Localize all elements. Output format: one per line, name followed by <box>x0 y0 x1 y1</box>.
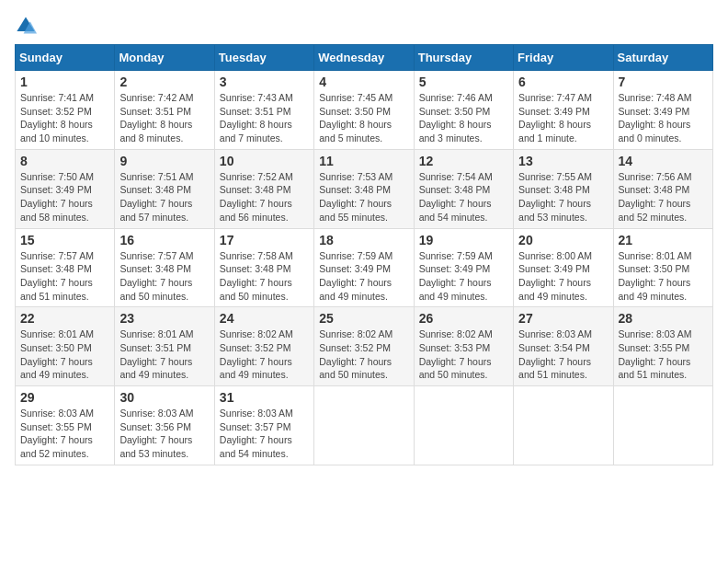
day-info: Sunrise: 8:03 AMSunset: 3:56 PMDaylight:… <box>119 407 209 461</box>
day-number: 26 <box>419 311 508 326</box>
calendar-cell: 22Sunrise: 8:01 AMSunset: 3:50 PMDayligh… <box>16 307 115 386</box>
day-info: Sunrise: 8:02 AMSunset: 3:52 PMDaylight:… <box>319 327 408 382</box>
calendar-cell: 21Sunrise: 8:01 AMSunset: 3:50 PMDayligh… <box>613 228 712 307</box>
day-number: 12 <box>419 154 508 168</box>
day-info: Sunrise: 7:43 AMSunset: 3:51 PMDaylight:… <box>220 91 309 145</box>
day-info: Sunrise: 7:51 AMSunset: 3:48 PMDaylight:… <box>119 170 209 224</box>
day-number: 13 <box>518 154 608 168</box>
day-number: 15 <box>20 233 109 247</box>
day-number: 28 <box>619 311 708 326</box>
day-number: 17 <box>220 233 309 247</box>
day-number: 6 <box>518 75 608 89</box>
week-row-2: 8Sunrise: 7:50 AMSunset: 3:49 PMDaylight… <box>16 149 713 228</box>
calendar-cell: 29Sunrise: 8:03 AMSunset: 3:55 PMDayligh… <box>16 386 115 465</box>
calendar-cell: 31Sunrise: 8:03 AMSunset: 3:57 PMDayligh… <box>214 386 313 465</box>
weekday-header-monday: Monday <box>115 45 214 71</box>
day-info: Sunrise: 7:47 AMSunset: 3:49 PMDaylight:… <box>518 91 608 145</box>
day-info: Sunrise: 7:53 AMSunset: 3:48 PMDaylight:… <box>319 170 408 224</box>
day-number: 23 <box>119 311 209 326</box>
calendar-cell: 3Sunrise: 7:43 AMSunset: 3:51 PMDaylight… <box>214 71 313 150</box>
calendar-cell: 30Sunrise: 8:03 AMSunset: 3:56 PMDayligh… <box>115 386 214 465</box>
calendar-cell: 1Sunrise: 7:41 AMSunset: 3:52 PMDaylight… <box>16 71 115 150</box>
week-row-3: 15Sunrise: 7:57 AMSunset: 3:48 PMDayligh… <box>16 228 713 307</box>
day-info: Sunrise: 8:03 AMSunset: 3:54 PMDaylight:… <box>518 327 608 382</box>
calendar-cell: 8Sunrise: 7:50 AMSunset: 3:49 PMDaylight… <box>16 149 115 228</box>
day-info: Sunrise: 7:59 AMSunset: 3:49 PMDaylight:… <box>319 249 408 304</box>
day-info: Sunrise: 7:56 AMSunset: 3:48 PMDaylight:… <box>619 170 708 224</box>
day-number: 25 <box>319 311 408 326</box>
page-header <box>15 15 713 37</box>
day-number: 3 <box>220 75 309 89</box>
day-info: Sunrise: 8:01 AMSunset: 3:50 PMDaylight:… <box>20 327 109 382</box>
calendar-cell <box>414 386 513 465</box>
calendar-cell: 15Sunrise: 7:57 AMSunset: 3:48 PMDayligh… <box>16 228 115 307</box>
calendar-cell: 23Sunrise: 8:01 AMSunset: 3:51 PMDayligh… <box>115 307 214 386</box>
calendar-cell: 12Sunrise: 7:54 AMSunset: 3:48 PMDayligh… <box>414 149 513 228</box>
weekday-header-wednesday: Wednesday <box>314 45 414 71</box>
calendar-cell: 25Sunrise: 8:02 AMSunset: 3:52 PMDayligh… <box>314 307 414 386</box>
calendar-cell: 16Sunrise: 7:57 AMSunset: 3:48 PMDayligh… <box>115 228 214 307</box>
weekday-header-row: SundayMondayTuesdayWednesdayThursdayFrid… <box>16 45 713 71</box>
day-number: 11 <box>319 154 408 168</box>
weekday-header-sunday: Sunday <box>16 45 115 71</box>
day-number: 22 <box>20 311 109 326</box>
day-number: 16 <box>119 233 209 247</box>
weekday-header-friday: Friday <box>514 45 613 71</box>
calendar-cell: 9Sunrise: 7:51 AMSunset: 3:48 PMDaylight… <box>115 149 214 228</box>
calendar-cell: 26Sunrise: 8:02 AMSunset: 3:53 PMDayligh… <box>414 307 513 386</box>
calendar-cell <box>314 386 414 465</box>
calendar-cell <box>514 386 613 465</box>
day-info: Sunrise: 8:01 AMSunset: 3:50 PMDaylight:… <box>619 249 708 304</box>
day-number: 7 <box>619 75 708 89</box>
calendar-cell: 13Sunrise: 7:55 AMSunset: 3:48 PMDayligh… <box>514 149 613 228</box>
day-info: Sunrise: 7:57 AMSunset: 3:48 PMDaylight:… <box>119 249 209 304</box>
day-number: 24 <box>220 311 309 326</box>
calendar-cell: 11Sunrise: 7:53 AMSunset: 3:48 PMDayligh… <box>314 149 414 228</box>
day-info: Sunrise: 8:03 AMSunset: 3:55 PMDaylight:… <box>20 407 109 461</box>
day-info: Sunrise: 7:48 AMSunset: 3:49 PMDaylight:… <box>619 91 708 145</box>
day-number: 10 <box>220 154 309 168</box>
weekday-header-tuesday: Tuesday <box>214 45 313 71</box>
logo <box>15 15 40 37</box>
day-info: Sunrise: 7:42 AMSunset: 3:51 PMDaylight:… <box>119 91 209 145</box>
calendar-table: SundayMondayTuesdayWednesdayThursdayFrid… <box>15 44 713 465</box>
calendar-cell <box>613 386 712 465</box>
calendar-cell: 2Sunrise: 7:42 AMSunset: 3:51 PMDaylight… <box>115 71 214 150</box>
weekday-header-thursday: Thursday <box>414 45 513 71</box>
day-number: 20 <box>518 233 608 247</box>
day-number: 21 <box>619 233 708 247</box>
day-info: Sunrise: 7:41 AMSunset: 3:52 PMDaylight:… <box>20 91 109 145</box>
day-number: 5 <box>419 75 508 89</box>
calendar-cell: 24Sunrise: 8:02 AMSunset: 3:52 PMDayligh… <box>214 307 313 386</box>
day-number: 14 <box>619 154 708 168</box>
calendar-cell: 10Sunrise: 7:52 AMSunset: 3:48 PMDayligh… <box>214 149 313 228</box>
calendar-cell: 18Sunrise: 7:59 AMSunset: 3:49 PMDayligh… <box>314 228 414 307</box>
day-number: 9 <box>119 154 209 168</box>
day-number: 8 <box>20 154 109 168</box>
calendar-cell: 5Sunrise: 7:46 AMSunset: 3:50 PMDaylight… <box>414 71 513 150</box>
day-number: 30 <box>119 390 209 405</box>
week-row-4: 22Sunrise: 8:01 AMSunset: 3:50 PMDayligh… <box>16 307 713 386</box>
calendar-cell: 27Sunrise: 8:03 AMSunset: 3:54 PMDayligh… <box>514 307 613 386</box>
calendar-cell: 4Sunrise: 7:45 AMSunset: 3:50 PMDaylight… <box>314 71 414 150</box>
day-number: 1 <box>20 75 109 89</box>
day-number: 31 <box>220 390 309 405</box>
day-info: Sunrise: 7:54 AMSunset: 3:48 PMDaylight:… <box>419 170 508 224</box>
day-number: 27 <box>518 311 608 326</box>
day-info: Sunrise: 7:59 AMSunset: 3:49 PMDaylight:… <box>419 249 508 304</box>
logo-icon <box>15 15 37 37</box>
calendar-cell: 6Sunrise: 7:47 AMSunset: 3:49 PMDaylight… <box>514 71 613 150</box>
day-info: Sunrise: 8:00 AMSunset: 3:49 PMDaylight:… <box>518 249 608 304</box>
calendar-cell: 19Sunrise: 7:59 AMSunset: 3:49 PMDayligh… <box>414 228 513 307</box>
calendar-cell: 14Sunrise: 7:56 AMSunset: 3:48 PMDayligh… <box>613 149 712 228</box>
day-number: 4 <box>319 75 408 89</box>
calendar-cell: 7Sunrise: 7:48 AMSunset: 3:49 PMDaylight… <box>613 71 712 150</box>
calendar-cell: 28Sunrise: 8:03 AMSunset: 3:55 PMDayligh… <box>613 307 712 386</box>
day-info: Sunrise: 8:03 AMSunset: 3:57 PMDaylight:… <box>220 407 309 461</box>
day-number: 29 <box>20 390 109 405</box>
day-info: Sunrise: 7:46 AMSunset: 3:50 PMDaylight:… <box>419 91 508 145</box>
calendar-cell: 17Sunrise: 7:58 AMSunset: 3:48 PMDayligh… <box>214 228 313 307</box>
day-number: 2 <box>119 75 209 89</box>
day-number: 19 <box>419 233 508 247</box>
day-info: Sunrise: 7:57 AMSunset: 3:48 PMDaylight:… <box>20 249 109 304</box>
